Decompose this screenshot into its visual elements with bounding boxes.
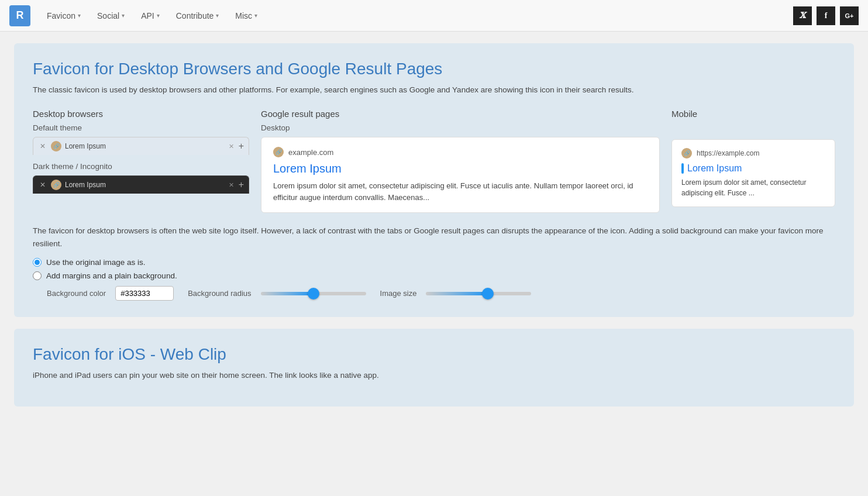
mobile-favicon: 🔗 [681,148,692,159]
radio-margins-label[interactable]: Add margins and a plain background. [46,271,177,280]
nav-item-favicon[interactable]: Favicon ▾ [40,8,88,24]
bg-color-label: Background color [47,289,106,298]
google-result-column: Google result pages Desktop 🔗 example.co… [261,109,660,213]
mobile-title-row: Lorem Ipsum [681,163,825,174]
tab-add-icon[interactable]: + [239,141,244,151]
bg-radius-control: Background radius [188,289,366,298]
section1-title: Favicon for Desktop Browsers and Google … [33,60,835,78]
bg-radius-slider-wrapper [261,292,366,295]
radio-margins-row: Add margins and a plain background. [33,271,835,280]
bg-color-input[interactable] [115,286,174,301]
facebook-icon[interactable]: f [817,6,835,25]
mobile-heading: Mobile [671,109,835,119]
google-url: example.com [288,148,333,157]
chevron-down-icon: ▾ [157,12,160,19]
mobile-result-title: Lorem Ipsum [687,163,742,174]
dark-theme-label: Dark theme / Incognito [33,162,249,171]
img-size-control: Image size [380,289,532,298]
dark-theme-tab-wrapper: ✕ 🔗 Lorem Ipsum ✕ + [33,175,249,194]
google-result-heading: Google result pages [261,109,660,119]
option-description: The favicon for desktop browsers is ofte… [33,225,835,250]
bg-radius-label: Background radius [188,289,251,298]
google-favicon: 🔗 [273,147,284,157]
tab-favicon-light: 🔗 [51,141,61,151]
nav-item-misc[interactable]: Misc ▾ [228,8,264,24]
google-result-card: 🔗 example.com Lorem Ipsum Lorem ipsum do… [261,137,660,213]
tab-close-dark2-icon[interactable]: ✕ [229,181,234,189]
img-size-slider-wrapper [426,292,531,295]
browser-tab-light: ✕ 🔗 Lorem Ipsum ✕ + [33,137,249,155]
site-logo[interactable]: R [9,5,30,26]
radio-original[interactable] [33,258,42,267]
section2-title: Favicon for iOS - Web Clip [33,345,835,364]
twitter-icon[interactable]: 𝕏 [793,6,812,25]
mobile-url: https://example.com [697,149,759,157]
tab-title-dark: Lorem Ipsum [65,181,225,189]
nav-item-social[interactable]: Social ▾ [90,8,132,24]
radio-original-label[interactable]: Use the original image as is. [46,258,146,267]
mobile-column: Mobile 🔗 https://example.com Lorem Ipsum… [671,109,835,213]
tab-close-icon[interactable]: ✕ [38,142,47,151]
controls-row: Background color Background radius Image… [33,286,835,301]
tab-close2-icon[interactable]: ✕ [229,143,234,150]
section2-description: iPhone and iPad users can pin your web s… [33,370,835,381]
tab-add-dark-icon[interactable]: + [239,180,244,190]
img-size-slider[interactable] [426,292,531,295]
mobile-url-row: 🔗 https://example.com [681,148,825,159]
tab-title-light: Lorem Ipsum [65,142,225,150]
chevron-down-icon: ▾ [254,12,257,19]
google-result-title[interactable]: Lorem Ipsum [273,162,647,175]
tab-favicon-dark: 🔗 [51,180,61,190]
google-snippet: Lorem ipsum dolor sit amet, consectetur … [273,180,647,203]
img-size-label: Image size [380,289,417,298]
chevron-down-icon: ▾ [122,12,125,19]
mobile-accent-bar [681,163,684,174]
nav-menu: Favicon ▾ Social ▾ API ▾ Contribute ▾ Mi… [40,8,793,24]
main-content: Favicon for Desktop Browsers and Google … [0,32,868,418]
section1-description: The classic favicon is used by desktop b… [33,84,835,96]
desktop-browser-column: Desktop browsers Default theme ✕ 🔗 Lorem… [33,109,249,213]
google-url-row: 🔗 example.com [273,147,647,157]
navbar: R Favicon ▾ Social ▾ API ▾ Contribute ▾ … [0,0,868,32]
bg-color-control: Background color [47,286,174,301]
chevron-down-icon: ▾ [78,12,81,19]
browser-tab-dark: ✕ 🔗 Lorem Ipsum ✕ + [33,175,249,194]
mobile-snippet: Lorem ipsum dolor sit amet, consectetur … [681,177,825,198]
chevron-down-icon: ▾ [216,12,219,19]
bg-radius-slider[interactable] [261,292,366,295]
googleplus-icon[interactable]: G+ [840,6,859,25]
nav-item-api[interactable]: API ▾ [134,8,167,24]
default-theme-label: Default theme [33,123,249,132]
desktop-browsers-heading: Desktop browsers [33,109,249,119]
radio-margins[interactable] [33,271,42,280]
desktop-favicon-section: Favicon for Desktop Browsers and Google … [14,43,854,317]
mobile-result-card: 🔗 https://example.com Lorem Ipsum Lorem … [671,139,835,207]
preview-grid: Desktop browsers Default theme ✕ 🔗 Lorem… [33,109,835,213]
ios-webclip-section: Favicon for iOS - Web Clip iPhone and iP… [14,329,854,406]
radio-original-row: Use the original image as is. [33,258,835,267]
options-section: The favicon for desktop browsers is ofte… [33,225,835,301]
default-theme-tab-wrapper: ✕ 🔗 Lorem Ipsum ✕ + [33,137,249,155]
social-icon-group: 𝕏 f G+ [793,6,859,25]
desktop-label: Desktop [261,123,660,132]
tab-close-dark-icon[interactable]: ✕ [38,180,47,190]
nav-item-contribute[interactable]: Contribute ▾ [169,8,226,24]
